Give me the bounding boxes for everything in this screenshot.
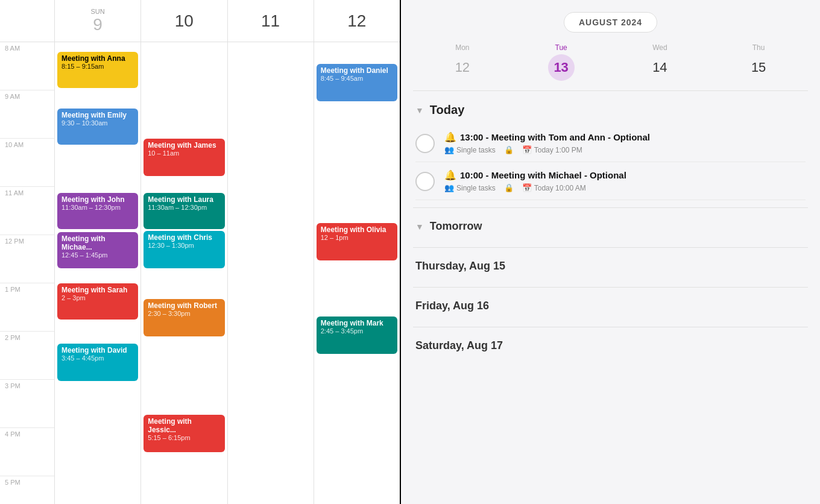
event-daniel-title: Meeting with Daniel [321, 66, 393, 75]
tomorrow-section-title: Tomorrow [430, 220, 482, 233]
saturday-section-title: Saturday, Aug 17 [415, 339, 503, 352]
agenda-checkbox-1[interactable] [415, 134, 435, 153]
agenda-item-meta-2: 👥 Single tasks 🔒 📅 Today 10:00 AM [444, 183, 806, 192]
event-olivia[interactable]: Meeting with Olivia 12 – 1pm [317, 223, 397, 260]
friday-divider [413, 327, 808, 327]
event-jessica[interactable]: Meeting with Jessic... 5:15 – 6:15pm [144, 415, 224, 452]
meta-tasks-label-1: Single tasks [456, 146, 496, 154]
time-3pm: 3 PM [0, 380, 54, 428]
agenda-item-text-2: 10:00 - Meeting with Michael - Optional [460, 170, 626, 180]
calendar-body: 8 AM 9 AM 10 AM 11 AM 12 PM 1 PM 2 PM 3 … [0, 42, 400, 504]
agenda-item-content-1: 🔔 13:00 - Meeting with Tom and Ann - Opt… [444, 131, 806, 154]
event-chris-time: 12:30 – 1:30pm [148, 242, 220, 249]
today-section-header: ▼ Today [415, 103, 806, 117]
mini-day-tue-name: Tue [555, 43, 567, 52]
today-section: ▼ Today 🔔 13:00 - Meeting with Tom and A… [401, 96, 820, 203]
time-gutter-body: 8 AM 9 AM 10 AM 11 AM 12 PM 1 PM 2 PM 3 … [0, 42, 54, 504]
day-header-tue[interactable]: 11 [227, 0, 314, 42]
event-jessica-title: Meeting with Jessic... [148, 417, 220, 434]
mini-day-wed[interactable]: Wed 14 [642, 43, 678, 81]
event-mark[interactable]: Meeting with Mark 2:45 – 3:45pm [317, 317, 397, 354]
thursday-section-title: Thursday, Aug 15 [415, 260, 505, 272]
event-sarah[interactable]: Meeting with Sarah 2 – 3pm [57, 283, 138, 320]
event-laura-title: Meeting with Laura [148, 195, 220, 204]
reminder-icon-2: 🔔 [444, 169, 456, 181]
time-12pm: 12 PM [0, 235, 54, 283]
mini-day-thu-num: 15 [745, 54, 772, 81]
tomorrow-chevron-icon[interactable]: ▼ [415, 222, 424, 232]
agenda-item-michael[interactable]: 🔔 10:00 - Meeting with Michael - Optiona… [415, 162, 806, 200]
event-anna-title: Meeting with Anna [62, 54, 134, 63]
event-sarah-time: 2 – 3pm [62, 294, 134, 301]
event-daniel[interactable]: Meeting with Daniel 8:45 – 9:45am [317, 64, 397, 101]
reminder-icon-1: 🔔 [444, 131, 456, 143]
day-num-mon: 10 [175, 11, 194, 31]
agenda-item-meta-1: 👥 Single tasks 🔒 📅 Today 1:00 PM [444, 145, 806, 154]
tasks-icon-1: 👥 [444, 145, 454, 154]
month-label[interactable]: AUGUST 2024 [564, 12, 657, 33]
day-header-sun[interactable]: SUN 9 [54, 0, 140, 42]
time-2pm: 2 PM [0, 332, 54, 380]
mini-day-thu[interactable]: Thu 15 [740, 43, 777, 81]
agenda-item-title-2: 🔔 10:00 - Meeting with Michael - Optiona… [444, 169, 806, 181]
day-column-sun[interactable]: Meeting with Anna 8:15 – 9:15am Meeting … [54, 42, 140, 504]
mini-cal-header: AUGUST 2024 [401, 0, 820, 39]
time-1pm: 1 PM [0, 283, 54, 332]
event-michael-sun[interactable]: Meeting with Michae... 12:45 – 1:45pm [57, 232, 138, 268]
agenda-item-tom-ann[interactable]: 🔔 13:00 - Meeting with Tom and Ann - Opt… [415, 124, 806, 162]
meta-time-1: 📅 Today 1:00 PM [522, 145, 582, 154]
event-david-title: Meeting with David [62, 346, 134, 354]
event-james[interactable]: Meeting with James 10 – 11am [144, 139, 224, 176]
agenda-panel: AUGUST 2024 Mon 12 Tue 13 Wed 14 Thu 15 … [401, 0, 820, 504]
event-sarah-title: Meeting with Sarah [62, 286, 134, 294]
mini-day-wed-num: 14 [646, 54, 673, 81]
thursday-section: Thursday, Aug 15 [401, 253, 820, 282]
mini-day-tue[interactable]: Tue 13 [543, 43, 579, 81]
event-robert-time: 2:30 – 3:30pm [148, 310, 220, 317]
today-chevron-icon[interactable]: ▼ [415, 106, 424, 115]
saturday-section: Saturday, Aug 17 [401, 332, 820, 362]
agenda-checkbox-2[interactable] [415, 172, 435, 191]
time-8am: 8 AM [0, 42, 54, 90]
event-david[interactable]: Meeting with David 3:45 – 4:45pm [57, 344, 138, 381]
time-4pm: 4 PM [0, 428, 54, 476]
event-michael-sun-title: Meeting with Michae... [62, 235, 134, 251]
event-chris[interactable]: Meeting with Chris 12:30 – 1:30pm [144, 231, 224, 268]
day-headers: SUN 9 10 11 12 [0, 0, 400, 42]
event-david-time: 3:45 – 4:45pm [62, 354, 134, 362]
tomorrow-section-header: ▼ Tomorrow [415, 220, 806, 233]
day-header-mon[interactable]: 10 [140, 0, 227, 42]
time-11am: 11 AM [0, 187, 54, 235]
event-jessica-time: 5:15 – 6:15pm [148, 434, 220, 441]
day-column-wed[interactable]: Meeting with Daniel 8:45 – 9:45am Meetin… [314, 42, 400, 504]
day-column-tue[interactable] [227, 42, 314, 504]
today-section-title: Today [430, 103, 464, 117]
day-column-mon[interactable]: Meeting with James 10 – 11am Meeting wit… [140, 42, 227, 504]
day-header-wed[interactable]: 12 [314, 0, 400, 42]
mini-day-wed-name: Wed [652, 43, 667, 52]
tomorrow-divider [413, 247, 808, 248]
mini-day-mon-num: 12 [449, 54, 476, 81]
event-robert[interactable]: Meeting with Robert 2:30 – 3:30pm [144, 299, 224, 336]
mini-day-mon[interactable]: Mon 12 [444, 43, 481, 81]
event-john-title: Meeting with John [62, 195, 134, 204]
time-5pm: 5 PM [0, 476, 54, 504]
event-anna-time: 8:15 – 9:15am [62, 63, 134, 70]
event-john-time: 11:30am – 12:30pm [62, 204, 134, 211]
meta-tasks-1: 👥 Single tasks [444, 145, 496, 154]
event-laura[interactable]: Meeting with Laura 11:30am – 12:30pm [144, 193, 224, 229]
event-emily-title: Meeting with Emily [62, 111, 134, 119]
agenda-item-text-1: 13:00 - Meeting with Tom and Ann - Optio… [460, 132, 650, 142]
event-james-title: Meeting with James [148, 141, 220, 150]
event-anna[interactable]: Meeting with Anna 8:15 – 9:15am [57, 52, 138, 88]
calendar-icon-1: 📅 [522, 145, 532, 154]
time-9am: 9 AM [0, 90, 54, 139]
event-olivia-title: Meeting with Olivia [321, 225, 393, 234]
event-emily[interactable]: Meeting with Emily 9:30 – 10:30am [57, 109, 138, 145]
event-mark-title: Meeting with Mark [321, 319, 393, 327]
event-john[interactable]: Meeting with John 11:30am – 12:30pm [57, 193, 138, 229]
friday-section-header: Friday, Aug 16 [415, 300, 806, 312]
event-mark-time: 2:45 – 3:45pm [321, 327, 393, 335]
event-robert-title: Meeting with Robert [148, 301, 220, 310]
lock-icon-1: 🔒 [504, 145, 514, 154]
